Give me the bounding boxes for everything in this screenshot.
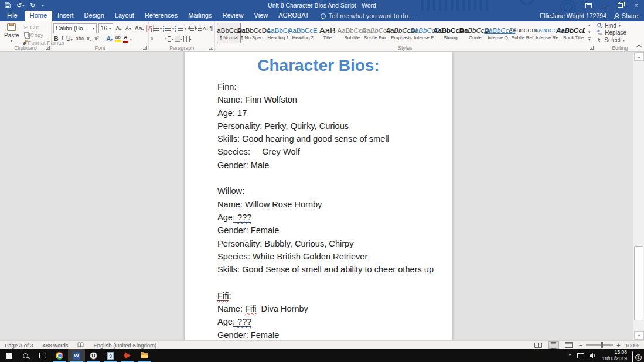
taskbar-unreal-engine-button[interactable] xyxy=(85,349,102,362)
zoom-slider[interactable] xyxy=(586,344,613,346)
zoom-level[interactable]: 100% xyxy=(625,342,639,349)
taskbar-app-3-button[interactable] xyxy=(102,349,119,362)
tab-acrobat[interactable]: ACROBAT xyxy=(273,11,314,21)
vertical-scrollbar[interactable]: ▲ ▼ xyxy=(632,52,644,340)
scroll-down-button[interactable]: ▼ xyxy=(634,331,644,340)
font-size-combo[interactable]: 16▾ xyxy=(98,23,113,33)
sort-button[interactable]: A↓ xyxy=(203,26,208,31)
taskbar-task-view-button[interactable] xyxy=(34,349,51,362)
style-subtitle[interactable]: AaBbCcCSubtitle xyxy=(340,23,364,43)
save-button[interactable] xyxy=(5,2,11,8)
replace-button[interactable]: Replace xyxy=(597,29,642,36)
align-right-button[interactable] xyxy=(158,37,160,40)
paste-button[interactable]: Paste ▾ xyxy=(2,23,22,43)
restore-button[interactable] xyxy=(612,0,628,11)
document-page[interactable]: Character Bios:Finn:Name: Finn WolfstonA… xyxy=(185,52,452,340)
taskbar-start-button[interactable] xyxy=(0,349,17,362)
shrink-font-button[interactable]: A▼ xyxy=(125,26,132,31)
bullets-button[interactable] xyxy=(151,26,159,31)
volume-icon[interactable] xyxy=(590,353,597,359)
close-button[interactable]: × xyxy=(628,0,644,11)
styles-dialog-launcher[interactable] xyxy=(590,46,594,50)
borders-button[interactable]: ▾ xyxy=(183,36,192,42)
account-user-name[interactable]: EllieJane Wright 172794 xyxy=(540,12,606,19)
undo-button[interactable]: ↺▾ xyxy=(16,2,24,9)
shading-button[interactable]: ▾ xyxy=(175,36,182,42)
customize-qat-button[interactable]: ▾ xyxy=(41,4,43,8)
gallery-more-button[interactable]: ▼ xyxy=(588,37,591,42)
gallery-down-button[interactable]: ▼ xyxy=(588,30,591,35)
read-mode-button[interactable] xyxy=(533,341,544,349)
minimize-button[interactable]: — xyxy=(597,0,612,11)
tab-mailings[interactable]: Mailings xyxy=(183,11,217,21)
increase-indent-button[interactable] xyxy=(195,26,202,31)
taskbar-word-button[interactable] xyxy=(68,349,85,362)
show-paragraph-marks-button[interactable]: ¶ xyxy=(209,25,213,32)
taskbar-apps xyxy=(0,349,153,362)
style-heading-1[interactable]: AaBbC(Heading 1 xyxy=(266,23,290,43)
style-title[interactable]: AaBTitle xyxy=(315,23,339,43)
action-center-button[interactable]: 1 xyxy=(632,352,640,360)
scroll-up-button[interactable]: ▲ xyxy=(634,52,644,61)
language-indicator[interactable]: English (United Kingdom) xyxy=(88,342,161,349)
tell-me-box[interactable]: Tell me what you want to do... xyxy=(321,11,414,21)
select-button[interactable]: Select▾ xyxy=(597,37,642,43)
change-case-button[interactable]: Aa▾ xyxy=(134,25,145,32)
find-button[interactable]: Find▾ xyxy=(597,22,642,29)
zoom-in-button[interactable]: + xyxy=(616,342,620,349)
proofing-status[interactable] xyxy=(73,342,88,349)
taskbar-file-explorer-button[interactable] xyxy=(136,349,153,362)
tab-file[interactable]: File xyxy=(0,11,25,21)
line-spacing-button[interactable]: ↕▾ xyxy=(165,36,173,42)
italic-button[interactable]: I xyxy=(61,36,64,42)
tab-home[interactable]: Home xyxy=(25,11,52,21)
justify-button[interactable] xyxy=(161,37,163,40)
tab-references[interactable]: References xyxy=(139,11,183,21)
tab-layout[interactable]: Layout xyxy=(110,11,139,21)
clock[interactable]: 15:08 18/03/2019 xyxy=(602,349,627,361)
highlight-color-button[interactable]: ab xyxy=(115,35,121,42)
font-name-combo[interactable]: Calibri (Body)▾ xyxy=(53,23,97,33)
bold-button[interactable]: B xyxy=(53,36,59,42)
zoom-slider-thumb[interactable] xyxy=(601,342,603,348)
style-subtle-ref[interactable]: AABBCCDCSubtle Ref... xyxy=(512,23,536,43)
redo-button[interactable]: ↻ xyxy=(30,2,35,9)
decrease-indent-button[interactable] xyxy=(188,26,194,31)
multilevel-list-button[interactable] xyxy=(175,26,183,31)
tab-view[interactable]: View xyxy=(249,11,274,21)
tab-design[interactable]: Design xyxy=(79,11,110,21)
underline-button[interactable]: U▾ xyxy=(66,36,73,42)
subscript-button[interactable]: x₂ xyxy=(86,36,92,42)
scrollbar-thumb[interactable] xyxy=(634,246,643,320)
taskbar-search-button[interactable] xyxy=(17,349,34,362)
tab-review[interactable]: Review xyxy=(217,11,249,21)
network-icon[interactable] xyxy=(577,353,584,358)
web-layout-button[interactable] xyxy=(564,341,574,349)
clipboard-dialog-launcher[interactable] xyxy=(46,46,50,50)
page-indicator[interactable]: Page 3 of 3 xyxy=(0,342,38,349)
taskbar-audio-app-button[interactable] xyxy=(119,349,136,362)
text-effects-button[interactable]: A▾ xyxy=(106,36,113,42)
numbering-button[interactable] xyxy=(163,26,171,31)
superscript-button[interactable]: x² xyxy=(94,36,100,42)
align-left-button[interactable] xyxy=(151,37,153,40)
strikethrough-button[interactable]: abc xyxy=(75,36,85,42)
font-dialog-launcher[interactable] xyxy=(143,46,147,50)
align-center-button[interactable] xyxy=(154,37,156,40)
show-hidden-icons-button[interactable]: ⌃ xyxy=(568,353,573,359)
gallery-up-button[interactable]: ▲ xyxy=(588,23,591,28)
taskbar-chrome-button[interactable] xyxy=(51,349,68,362)
style-no-spac[interactable]: AaBbCcDc¶ No Spac... xyxy=(241,23,265,43)
style-intense-q[interactable]: AaBbCcDiIntense Q... xyxy=(488,23,512,43)
word-count[interactable]: 488 words xyxy=(38,342,73,349)
ribbon-display-options-button[interactable] xyxy=(581,0,597,11)
zoom-out-button[interactable]: − xyxy=(579,342,582,349)
style-heading-2[interactable]: AaBbCcEHeading 2 xyxy=(291,23,315,43)
grow-font-button[interactable]: A▲ xyxy=(115,25,123,32)
share-button[interactable]: Share xyxy=(614,12,638,19)
style-book-title[interactable]: AaBbCcDcBook Title xyxy=(561,23,585,43)
font-color-button[interactable]: A xyxy=(123,35,128,43)
tab-insert[interactable]: Insert xyxy=(52,11,79,21)
paragraph-dialog-launcher[interactable] xyxy=(209,46,213,50)
print-layout-button[interactable] xyxy=(548,341,559,349)
